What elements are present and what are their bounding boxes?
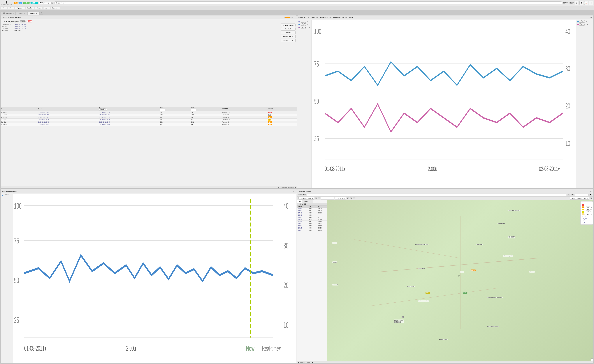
map-label-11: Grachtengordel-Zuid [418,300,429,302]
tt-body: LowAreaQuality2G Offline Alert OnHold si… [1,19,297,105]
gis-close-btn[interactable]: ✕ [591,190,592,192]
map-cursor[interactable]: ☞ [458,274,460,278]
dropdown-3g[interactable]: 3G ▾ [1,7,7,9]
svg-text:25: 25 [314,134,319,143]
preset-input-3[interactable] [586,209,590,210]
svg-text:50: 50 [314,97,319,105]
kpi-grid-btn[interactable]: ⊞ [350,197,352,199]
presets-title: Presets [582,202,592,204]
gis-tab-config[interactable]: Config [302,200,309,202]
bottom-chart-close-btn[interactable]: ✕ [294,190,296,192]
chart-button[interactable]: 📊 [584,1,588,5]
tab-subset01[interactable]: SubSet 01 [16,12,27,15]
select-trend-dropdown[interactable]: Select trend ▾ [54,1,562,4]
map-value-0.8215: 0.8215 [471,269,476,271]
tab-subset02[interactable]: SubSet 02 [28,12,40,15]
gis-panel-header: GIS AMSTERDAM □ ✕ [297,189,593,193]
change-request-button[interactable]: Change request [281,24,296,27]
kpi-input[interactable] [321,197,334,200]
map-zoom-btn[interactable]: + [591,358,593,361]
dropdown-cssr[interactable]: cssr ▾ [43,7,50,9]
gis-nav-input[interactable] [307,194,566,196]
tab-dashboard[interactable]: i Dashboard [1,12,16,15]
preset-input-5[interactable] [586,213,590,215]
dropdown-capacity[interactable]: Capacity ▾ [15,7,25,9]
charts-minimize-btn[interactable]: □ [590,17,591,18]
ceii-table: Target Out In 17001 0,998 0,998 17002 0,… [297,206,327,231]
tag-2g[interactable]: 2g [18,2,22,4]
site-trend-grid-btn[interactable]: ⊞ [315,197,317,199]
pager-text: 1 - 6 of 345 notifications [280,187,294,188]
preset-input-4[interactable] [586,211,590,213]
kpi-arrow-btn[interactable]: ▾ [353,197,355,199]
show-all-select[interactable]: Show all [99,109,107,111]
legend-x-4[interactable]: ✕ [586,21,587,22]
preset-row-5: ▲ % [582,213,592,215]
start-label: START [563,2,568,4]
grid-button[interactable]: ⊞ [580,1,583,5]
legend-tch: tch_new_ca... CELL10027 ✕ [298,26,310,29]
gis-minimize-btn[interactable]: □ [590,190,591,192]
gis-title: GIS AMSTERDAM [298,190,590,192]
gis-tab-ho[interactable]: HO [297,200,302,202]
notifications-table-scroll[interactable]: Id Created Occurence Show all Site [1,107,297,186]
gis-nav-label: Navigation [298,194,306,195]
legend-x-5[interactable]: ✕ [587,24,588,26]
ceii-title: CEII 17000 [297,203,327,206]
handover-trend-select[interactable]: Select a handover trend [570,197,589,200]
col-site: Site [160,107,191,111]
legend-x-3[interactable]: ✕ [309,27,310,28]
charts-close-btn[interactable]: ✕ [591,17,592,18]
refresh-button[interactable]: ↻ [575,1,578,5]
gis-nav-go-button[interactable]: ▶ [567,194,570,196]
map-label-2: Geldersekade [498,223,505,224]
pager-prev[interactable]: ◀ [278,187,279,188]
tab-add-button[interactable]: + [40,11,43,14]
reset-site-button[interactable]: Reset site [281,27,296,31]
gis-bottom-prev[interactable]: ◀ [298,362,299,363]
pager-next[interactable]: ▶ [295,187,296,188]
add-query-button[interactable]: Add query tag ▾ [39,2,52,4]
charts-controls: □ ✕ [590,17,592,18]
site-trend-select[interactable]: Select a site trend [298,197,314,200]
site-filter-input[interactable] [160,109,165,111]
handover-trend-grid-btn[interactable]: ⊞ [590,197,592,199]
kpi-display: CCR_attempts [335,197,346,200]
reassign-button[interactable]: Reassign [281,31,296,34]
svg-text:01-08-2011▾: 01-08-2011▾ [24,344,47,352]
svg-text:20: 20 [565,102,570,110]
settings-button[interactable]: ≡ [589,1,593,5]
legend-x-1[interactable]: ✕ [307,21,308,22]
ceii-table-scroll[interactable]: Target Out In 17001 0,998 0,998 17002 0,… [297,206,327,361]
bottom-chart-minimize-btn[interactable]: □ [293,190,294,192]
legend-x-bottom[interactable]: ✕ [10,195,12,196]
tag-11140[interactable]: 11140 × [30,2,38,4]
gis-bottom-next[interactable]: ▶ [312,362,313,363]
dismiss-weight-button[interactable]: Dismiss weight [281,35,296,38]
dropdown-gprs[interactable]: Gprs ▾ [35,7,42,9]
gis-tabs: HO Config ... [297,200,327,203]
preset-input-1[interactable] [586,204,590,206]
map-value-0.732: 0.732 [425,292,430,294]
gis-filter-go-button[interactable]: ▶ [589,194,592,196]
settings-action-button[interactable]: Settings ⚙ [281,39,296,42]
tt-minimize-btn[interactable]: □ [293,17,294,18]
tag-cell[interactable]: Cell × [23,2,30,4]
tag-3g[interactable]: 3g [14,2,18,4]
dropdown-2g[interactable]: 2G ▾ [8,7,14,9]
preset-input-2[interactable] [586,206,590,208]
legend-x-2[interactable]: ✕ [307,24,308,26]
cell-filter-input[interactable] [191,109,196,111]
dropdown-favorite[interactable]: favorite ▾ [51,7,60,9]
gis-map[interactable]: Oosterdoksdoorgang Geldersekade Burgwall… [327,200,593,361]
table-header-row: Id Created Occurence Show all Site [1,107,297,111]
tt-close-btn[interactable]: ✕ [294,17,296,18]
table-row: 71349155 02-09-2011 15:17 02-09-2011 15:… [1,116,297,118]
gis-filter-input[interactable] [575,194,588,196]
kpi-edit-btn[interactable]: ✏ [347,197,349,199]
bottom-chart-header: CHART of CELL10024 □ ✕ [1,189,297,193]
dropdown-hspda[interactable]: Hspda ▾ [26,7,34,9]
list-item: 18398 0,918 0,918 [297,225,327,227]
site-trend-arrow-btn[interactable]: ▾ [318,197,320,199]
gis-tab-more[interactable]: ... [309,200,313,202]
